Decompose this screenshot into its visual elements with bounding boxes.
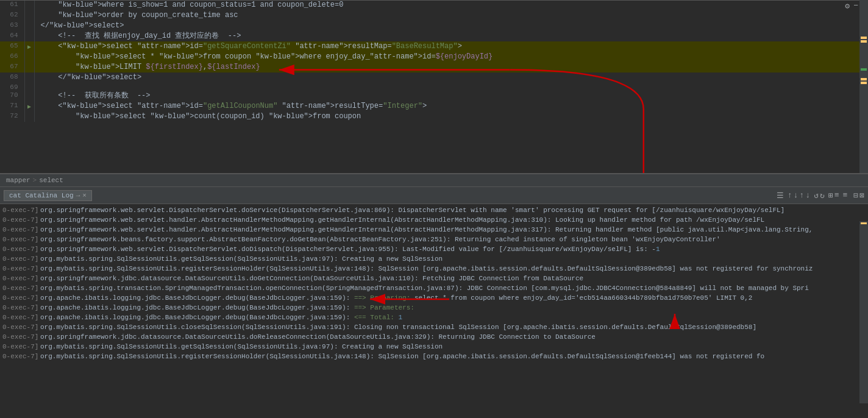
- line-gutter: [24, 62, 34, 73]
- scrollbar-mark: [861, 40, 867, 43]
- scroll-up-icon[interactable]: ↑: [788, 191, 792, 200]
- log-prefix: 0-exec-7]: [2, 293, 40, 303]
- log-text: org.mybatis.spring.SqlSessionUtils.close…: [40, 322, 866, 332]
- scrollbar-mark: [861, 78, 867, 80]
- log-text: org.mybatis.spring.SqlSessionUtils.regis…: [40, 352, 866, 361]
- log-line: 0-exec-7] org.springframework.jdbc.datas…: [0, 274, 868, 283]
- log-prefix: 0-exec-7]: [2, 322, 40, 332]
- log-scrollbar[interactable]: [859, 221, 868, 403]
- log-content: 0-exec-7] org.springframework.web.servle…: [0, 204, 868, 403]
- line-gutter: [24, 21, 34, 31]
- menu1-icon[interactable]: ≡: [834, 191, 839, 200]
- line-number: 66: [0, 52, 24, 62]
- log-text: org.springframework.web.servlet.handler.…: [40, 225, 866, 235]
- code-line-content: "kw-blue">LIMIT ${firstIndex},${lastInde…: [34, 62, 859, 73]
- log-text: org.apache.ibatis.logging.jdbc.BaseJdbcL…: [40, 313, 866, 322]
- menu2-icon[interactable]: ≡: [843, 191, 848, 200]
- scroll-up2-icon[interactable]: ↑: [800, 191, 805, 200]
- line-number: 64: [0, 31, 24, 41]
- log-prefix: 0-exec-7]: [2, 264, 40, 274]
- log-prefix: 0-exec-7]: [2, 313, 40, 322]
- editor-toolbar-right: ⚙ −: [845, 1, 858, 11]
- scroll-down-icon[interactable]: ↓: [794, 191, 799, 200]
- log-line: 0-exec-7] org.springframework.beans.fact…: [0, 235, 868, 244]
- expand-icon[interactable]: ⊟: [853, 191, 858, 200]
- line-gutter: [24, 91, 34, 101]
- log-line: 0-exec-7] org.mybatis.spring.SqlSessionU…: [0, 342, 868, 352]
- code-line-content: "kw-blue">where is_show=1 and coupon_sta…: [34, 0, 859, 10]
- line-number: 65: [0, 41, 24, 52]
- code-line-content: <!-- 获取所有条数 -->: [34, 91, 859, 101]
- log-prefix: 0-exec-7]: [2, 225, 40, 235]
- line-gutter: [24, 112, 34, 122]
- list-icon[interactable]: ☰: [777, 191, 784, 200]
- scroll-down2-icon[interactable]: ↓: [805, 191, 810, 200]
- breadcrumb-mapper: mapper: [6, 177, 30, 184]
- log-text: org.mybatis.spring.SqlSessionUtils.getSq…: [40, 254, 866, 264]
- log-prefix: 0-exec-7]: [2, 215, 40, 225]
- line-number: 67: [0, 62, 24, 73]
- breadcrumb-bar: mapper > select: [0, 174, 868, 187]
- breadcrumb-separator: >: [33, 177, 37, 184]
- breadcrumb-select: select: [39, 177, 63, 184]
- log-toolbar-icons: ☰ ↑ ↓ ↑ ↓ ↺ ↻ ⊞ ≡ ≡ ⊟ ⊠: [777, 191, 864, 200]
- code-line-content: <"kw-blue">select "attr-name">id="getAll…: [34, 101, 859, 112]
- code-line-content: <"kw-blue">select "attr-name">id="getSqu…: [34, 41, 859, 52]
- line-gutter: [24, 10, 34, 21]
- log-line: 0-exec-7] org.springframework.web.servle…: [0, 205, 868, 215]
- line-gutter: ▶: [24, 41, 34, 52]
- log-text: org.springframework.beans.factory.suppor…: [40, 235, 866, 244]
- code-editor: ⚙ − 61 "kw-blue">where is_show=1 and cou…: [0, 0, 868, 174]
- line-gutter: ▶: [24, 101, 34, 112]
- log-line: 0-exec-7] org.springframework.web.servle…: [0, 215, 868, 225]
- log-text: org.springframework.web.servlet.handler.…: [40, 215, 866, 225]
- log-prefix: 0-exec-7]: [2, 244, 40, 254]
- line-gutter: [24, 83, 34, 91]
- line-number: 72: [0, 112, 24, 122]
- reload2-icon[interactable]: ↻: [820, 191, 825, 200]
- log-prefix: 0-exec-7]: [2, 235, 40, 244]
- reload-icon[interactable]: ↺: [814, 191, 819, 200]
- code-line-content: </"kw-blue">select>: [34, 73, 859, 83]
- line-number: 71: [0, 101, 24, 112]
- log-prefix: 0-exec-7]: [2, 352, 40, 361]
- log-line: 0-exec-7] org.mybatis.spring.SqlSessionU…: [0, 264, 868, 274]
- log-text: org.springframework.web.servlet.Dispatch…: [40, 205, 866, 215]
- gear-icon[interactable]: ⚙: [845, 1, 850, 11]
- grid-icon[interactable]: ⊞: [828, 191, 833, 200]
- log-lines: 0-exec-7] org.springframework.web.servle…: [0, 205, 868, 361]
- tab-close-icon[interactable]: ×: [82, 192, 87, 199]
- minimize-icon[interactable]: −: [853, 1, 858, 11]
- log-text: org.mybatis.spring.SqlSessionUtils.regis…: [40, 264, 866, 274]
- code-line-content: <!-- 查找 根据enjoy_day_id 查找对应的卷 -->: [34, 31, 859, 41]
- log-line: 0-exec-7] org.apache.ibatis.logging.jdbc…: [0, 313, 868, 322]
- log-scrollbar-mark: [861, 222, 867, 224]
- log-prefix: 0-exec-7]: [2, 205, 40, 215]
- log-tab[interactable]: cat Catalina Log → ×: [4, 190, 92, 201]
- log-text: org.apache.ibatis.logging.jdbc.BaseJdbcL…: [40, 293, 866, 303]
- close-panel-icon[interactable]: ⊠: [859, 191, 864, 200]
- line-gutter: [24, 52, 34, 62]
- line-number: 69: [0, 83, 24, 91]
- log-line: 0-exec-7] org.mybatis.spring.SqlSessionU…: [0, 322, 868, 332]
- editor-scrollbar[interactable]: [859, 0, 868, 174]
- code-lines-table: 61 "kw-blue">where is_show=1 and coupon_…: [0, 0, 859, 122]
- line-number: 62: [0, 10, 24, 21]
- log-text: org.springframework.jdbc.datasource.Data…: [40, 274, 866, 283]
- log-text: org.apache.ibatis.logging.jdbc.BaseJdbcL…: [40, 303, 866, 313]
- log-text: org.springframework.jdbc.datasource.Data…: [40, 332, 866, 342]
- scrollbar-mark: [861, 37, 867, 39]
- log-line: 0-exec-7] org.mybatis.spring.SqlSessionU…: [0, 254, 868, 264]
- code-line-content: "kw-blue">select * "kw-blue">from coupon…: [34, 52, 859, 62]
- line-number: 70: [0, 91, 24, 101]
- log-text: org.springframework.web.servlet.Dispatch…: [40, 244, 866, 254]
- log-prefix: 0-exec-7]: [2, 303, 40, 313]
- line-gutter: [24, 0, 34, 10]
- log-text: org.mybatis.spring.SqlSessionUtils.getSq…: [40, 342, 866, 352]
- log-line: 0-exec-7] org.springframework.jdbc.datas…: [0, 332, 868, 342]
- scrollbar-mark-green: [861, 68, 867, 71]
- code-line-content: </"kw-blue">select>: [34, 21, 859, 31]
- line-gutter: [24, 73, 34, 83]
- log-line: 0-exec-7] org.mybatis.spring.transaction…: [0, 283, 868, 293]
- code-line-content: "kw-blue">select "kw-blue">count(coupon_…: [34, 112, 859, 122]
